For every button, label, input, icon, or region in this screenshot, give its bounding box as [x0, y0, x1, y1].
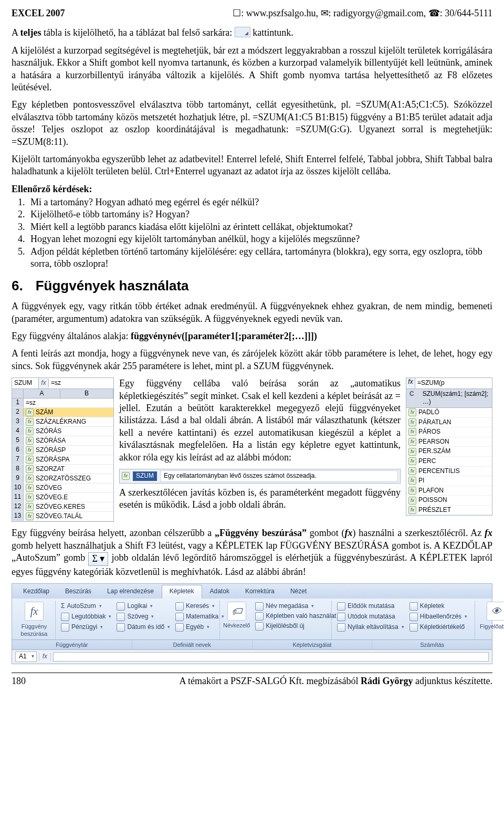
col-header: C — [410, 390, 414, 406]
para-func-intro: A függvények egy, vagy ritkán több érték… — [12, 300, 492, 325]
suggest-item[interactable]: fxPÁROS — [406, 427, 492, 437]
tag-icon — [255, 602, 264, 611]
ribbon-group-defined-names: 🏷 Névkezelő Név megadása▾ Képletben való… — [220, 601, 332, 640]
suggest-item[interactable]: fxPOISSON — [406, 496, 492, 506]
header-left: EXCEL 2007 — [12, 7, 65, 19]
suggest-item[interactable]: fxSZÖVEG.KERES — [24, 502, 113, 511]
financial-button[interactable]: Pénzügyi▾ — [59, 623, 113, 632]
tab-layout[interactable]: Lap elrendezése — [99, 585, 162, 599]
suggest-item[interactable]: fxSZÖVEG.E — [24, 493, 113, 502]
tab-insert[interactable]: Beszúrás — [57, 585, 99, 599]
para-select-all: A teljes tábla is kijelölhető, ha a tábl… — [12, 27, 492, 39]
name-box[interactable]: A1 — [15, 652, 37, 662]
insert-function-button[interactable]: fx — [25, 602, 44, 621]
formula-bar[interactable]: =sz — [49, 378, 113, 389]
suggest-item[interactable]: fxSZÖVEG — [24, 484, 113, 492]
para-ranges: Egy képletben pontosvesszővel elválasztv… — [12, 99, 492, 148]
ribbon-figure: Kezdőlap Beszúrás Lap elrendezése Képlet… — [12, 583, 492, 664]
autosum-button[interactable]: ΣAutoSzum▾ — [59, 602, 113, 611]
ribbon-tabs: Kezdőlap Beszúrás Lap elrendezése Képlet… — [12, 584, 492, 599]
show-formulas-icon — [410, 602, 418, 611]
suggest-item[interactable]: fxSZORZAT — [24, 465, 113, 474]
question-item: Miért kell a legtöbb parancs kiadása elő… — [27, 221, 492, 233]
para-kurzorpad: A kijelölést a kurzorpad segítségével is… — [12, 45, 492, 94]
cell[interactable]: =sz — [24, 398, 113, 407]
suggest-item[interactable]: fxSZÓRÁSP — [24, 446, 113, 455]
ribbon-group-watch: 👁 Figyelőablak — [475, 601, 504, 640]
para-insert-function: Egy függvény beírása helyett, azonban cé… — [12, 527, 492, 578]
tab-data[interactable]: Adatok — [202, 585, 237, 599]
eval-icon — [410, 623, 418, 632]
suggest-item[interactable]: fxPÁRATLAN — [406, 418, 492, 428]
more-button[interactable]: Egyéb▾ — [173, 623, 226, 632]
suggest-item[interactable]: fxPERC — [406, 457, 492, 467]
select-all-corner-icon — [235, 27, 250, 37]
suggest-item[interactable]: fxSZÖVEG.TALÁL — [24, 512, 113, 521]
suggest-item[interactable]: fxPERCENTILIS — [406, 467, 492, 477]
ribbon-group-function-library: ΣAutoSzum▾ Logikai▾ Keresés▾ Legutóbbiak… — [56, 601, 220, 640]
use-in-formula-button[interactable]: Képletben való használat▾ — [253, 612, 344, 621]
ribbon-group-insert-function: fx Függvénybeszúrása — [13, 601, 56, 640]
define-name-button[interactable]: Név megadása▾ — [253, 602, 316, 611]
question-item: Adjon példát képletben történő tartomány… — [27, 246, 492, 270]
trace-dependents-button[interactable]: Utódok mutatása — [335, 612, 406, 622]
col-header[interactable]: A — [24, 389, 60, 398]
tab-formulas[interactable]: Képletek — [162, 585, 202, 599]
suggest-item[interactable]: fxSZÓRÁSPA — [24, 455, 113, 464]
suggest-item[interactable]: fxSZÓRÁSA — [24, 436, 113, 445]
tab-home[interactable]: Kezdőlap — [15, 585, 57, 599]
fx-icon[interactable]: fx — [39, 379, 49, 387]
trace-dep-icon — [337, 613, 345, 621]
watch-window-button[interactable]: 👁 — [487, 602, 504, 621]
col-header[interactable]: B — [60, 389, 113, 398]
page-number: 180 — [12, 675, 26, 687]
para-func-syntax: Egy függvény általános alakja: függvényn… — [12, 330, 492, 342]
autosum-sigma-icon: Σ ▾ — [88, 552, 108, 565]
create-from-selection-button[interactable]: Kijelölésből új — [253, 622, 306, 631]
tab-view[interactable]: Nézet — [282, 585, 314, 599]
suggest-item[interactable]: fxPRÉSZLET — [406, 506, 492, 516]
function-icon: fx — [122, 472, 130, 480]
remove-arrows-button[interactable]: Nyilak eltávolítása▾ — [335, 623, 406, 632]
suggest-item[interactable]: fxSZÁM — [24, 408, 113, 417]
page-footer: 180 A témakört a PSZF-SALGÓ Kft. megbízá… — [12, 673, 492, 687]
tab-review[interactable]: Korrektúra — [237, 585, 282, 599]
math-button[interactable]: Matematika▾ — [173, 612, 226, 622]
lookup-button[interactable]: Keresés▾ — [173, 602, 226, 611]
arg-hint: SZUM(szám1; [szám2]; …) — [423, 390, 489, 406]
suggest-item[interactable]: fxSZÓRÁS — [24, 427, 113, 436]
formula-bar[interactable]: =SZUM(p — [415, 378, 492, 389]
section-heading: 6. Függvények használata — [12, 277, 492, 295]
evaluate-formula-button[interactable]: Képletkiértékelő — [407, 623, 471, 632]
name-box[interactable]: SZUM — [12, 378, 39, 389]
footer-text: A témakört a PSZF-SALGÓ Kft. megbízásábó… — [180, 675, 492, 687]
remove-arrows-icon — [337, 623, 345, 632]
name-manager-button[interactable]: 🏷 — [227, 602, 246, 621]
autocomplete-right-figure: fx =SZUM(p C SZUM(szám1; [szám2]; …) fxP… — [406, 377, 492, 516]
suggest-item[interactable]: fxPEARSON — [406, 437, 492, 447]
tooltip-name: SZUM — [133, 471, 157, 481]
suggest-item[interactable]: fxSZORZATÖSSZEG — [24, 474, 113, 483]
para-editbar: A szerkesztőlécen javítás közben is, és … — [119, 487, 401, 511]
suggest-item[interactable]: fxSZÁZALÉKRANG — [24, 417, 113, 426]
trace-precedents-button[interactable]: Elődök mutatása — [335, 602, 406, 611]
logical-button[interactable]: Logikai▾ — [114, 602, 172, 611]
suggest-item[interactable]: fxPER.SZÁM — [406, 447, 492, 457]
date-button[interactable]: Dátum és idő▾ — [114, 623, 172, 632]
function-tooltip-figure: fx SZUM Egy cellatartományban lévő össze… — [119, 469, 401, 484]
fx-small-icon — [255, 612, 264, 621]
grid-icon — [255, 622, 264, 631]
fx-icon[interactable]: fx — [39, 653, 51, 661]
fx-icon[interactable]: fx — [406, 378, 415, 389]
show-formulas-button[interactable]: Képletek — [407, 602, 471, 611]
suggest-item[interactable]: fxPI — [406, 476, 492, 486]
error-check-button[interactable]: Hibaellenőrzés▾ — [407, 612, 471, 622]
text-button[interactable]: Szöveg▾ — [114, 612, 172, 622]
calendar-icon — [117, 623, 125, 632]
recent-button[interactable]: Legutóbbiak▾ — [59, 612, 113, 622]
para-autocomplete: Egy függvény cellába való beírása során … — [119, 377, 401, 464]
star-icon — [61, 613, 69, 621]
suggest-item[interactable]: fxPADLÓ — [406, 408, 492, 418]
suggest-item[interactable]: fxPLAFON — [406, 486, 492, 496]
formula-bar[interactable] — [53, 652, 489, 662]
